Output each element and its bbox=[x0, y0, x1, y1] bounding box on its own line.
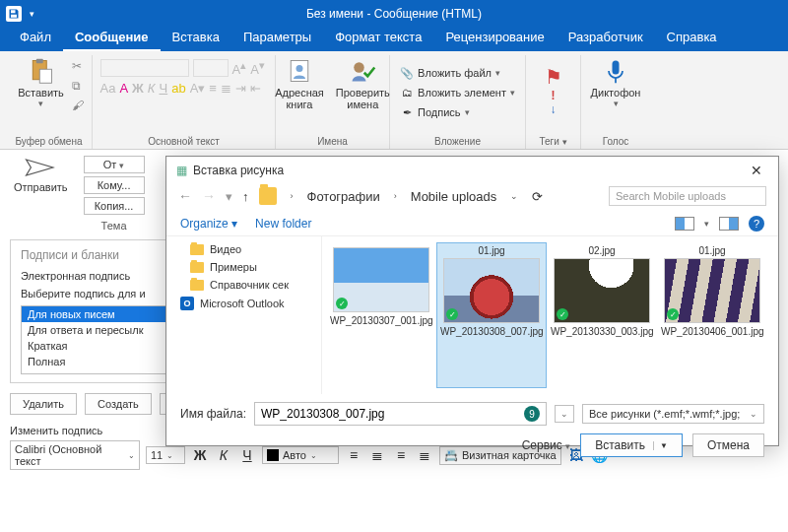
folder-icon bbox=[259, 187, 277, 205]
tab-help[interactable]: Справка bbox=[655, 28, 729, 51]
file-thumb[interactable]: 01.jpg ✓ WP_20130308_007.jpg bbox=[436, 242, 547, 388]
organize-menu[interactable]: Organize ▾ bbox=[180, 217, 237, 231]
tab-insert[interactable]: Вставка bbox=[161, 28, 231, 51]
address-book-button[interactable]: Адресная книга bbox=[269, 55, 330, 112]
tab-message[interactable]: Сообщение bbox=[63, 28, 161, 51]
format-painter-icon[interactable]: 🖌 bbox=[72, 99, 84, 112]
picture-dialog-icon: ▦ bbox=[176, 164, 187, 177]
file-thumb[interactable]: 02.jpg ✓ WP_20130330_003.jpg bbox=[547, 242, 657, 388]
insert-button[interactable]: Вставить▼ bbox=[580, 433, 683, 457]
filename-dropdown[interactable]: ⌄ bbox=[555, 405, 574, 423]
dialog-nav: ← → ▾ ↑ › Фотографии › Mobile uploads ⌄ … bbox=[166, 184, 778, 212]
svg-rect-3 bbox=[35, 59, 42, 63]
callout-9: 9 bbox=[524, 406, 540, 422]
tools-menu[interactable]: Сервис ▾ bbox=[522, 438, 570, 452]
from-button[interactable]: От ▾ bbox=[84, 156, 145, 173]
delete-button[interactable]: Удалить bbox=[10, 393, 77, 415]
tree-item[interactable]: OMicrosoft Outlook bbox=[166, 294, 321, 313]
filetype-select[interactable]: Все рисунки (*.emf;*.wmf;*.jpg;⌄ bbox=[582, 404, 764, 424]
ribbon-tabs: Файл Сообщение Вставка Параметры Формат … bbox=[0, 28, 788, 51]
tab-file[interactable]: Файл bbox=[8, 28, 63, 51]
filename-label: Имя файла: bbox=[180, 407, 246, 421]
crumb-1[interactable]: Фотографии bbox=[307, 189, 380, 204]
svg-rect-4 bbox=[39, 69, 51, 83]
file-thumb[interactable]: ✓ WP_20130307_001.jpg bbox=[326, 242, 436, 388]
view-mode-icon[interactable] bbox=[675, 217, 694, 231]
crumb-2[interactable]: Mobile uploads bbox=[411, 189, 496, 204]
insert-picture-dialog: ▦ Вставка рисунка ✕ ← → ▾ ↑ › Фотографии… bbox=[165, 156, 779, 446]
close-icon[interactable]: ✕ bbox=[745, 163, 768, 178]
subject-label: Тема bbox=[84, 220, 145, 232]
window-title: Без имени - Сообщение (HTML) bbox=[0, 7, 788, 21]
dialog-title: Вставка рисунка bbox=[193, 164, 284, 177]
send-button[interactable]: Отправить bbox=[8, 156, 74, 232]
to-button[interactable]: Кому... bbox=[84, 176, 145, 194]
tab-developer[interactable]: Разработчик bbox=[557, 28, 655, 51]
tree-item[interactable]: Видео bbox=[166, 240, 321, 258]
group-voice: Голос bbox=[603, 134, 629, 149]
font-select[interactable]: Calibri (Основной текст⌄ bbox=[10, 440, 140, 470]
search-input[interactable]: Search Mobile uploads bbox=[609, 186, 766, 206]
refresh-icon[interactable]: ⟳ bbox=[532, 189, 543, 204]
group-tags: Теги ▾ bbox=[539, 134, 566, 149]
copy-icon[interactable]: ⧉ bbox=[72, 79, 84, 93]
group-clipboard: Буфер обмена bbox=[16, 134, 83, 149]
cc-button[interactable]: Копия... bbox=[84, 197, 145, 215]
tree-item[interactable]: Примеры bbox=[166, 258, 321, 276]
nav-back-icon[interactable]: ← bbox=[178, 188, 192, 204]
attach-item-button[interactable]: 🗂Вложить элемент▾ bbox=[396, 84, 519, 101]
svg-rect-8 bbox=[613, 61, 620, 75]
cancel-button[interactable]: Отмена bbox=[692, 433, 764, 457]
tree-item[interactable]: Справочник сек bbox=[166, 276, 321, 294]
filename-input[interactable]: 9 bbox=[254, 402, 547, 426]
group-font: Основной текст bbox=[148, 134, 220, 149]
font-controls[interactable]: A▴A▾AaA ЖКЧabA▾ ≡≣⇥⇤ bbox=[100, 55, 268, 96]
nav-up-icon[interactable]: ↑ bbox=[242, 189, 249, 204]
check-names-button[interactable]: Проверить имена bbox=[330, 55, 396, 112]
flag-icon[interactable]: ⚑ bbox=[545, 65, 562, 89]
folder-tree: Видео Примеры Справочник сек OMicrosoft … bbox=[166, 236, 322, 394]
importance-high-icon[interactable]: ! bbox=[552, 89, 556, 102]
create-button[interactable]: Создать bbox=[85, 393, 152, 415]
dictate-button[interactable]: Диктофон▾ bbox=[585, 55, 647, 110]
file-grid: ✓ WP_20130307_001.jpg 01.jpg ✓ WP_201303… bbox=[322, 236, 778, 394]
tab-review[interactable]: Рецензирование bbox=[433, 28, 556, 51]
group-include: Вложение bbox=[434, 134, 481, 149]
preview-pane-icon[interactable] bbox=[719, 217, 739, 231]
paste-button[interactable]: Вставить ▾ bbox=[12, 55, 70, 110]
group-names: Имена bbox=[317, 134, 348, 149]
title-bar: ▾ Без имени - Сообщение (HTML) bbox=[0, 0, 788, 28]
file-thumb[interactable]: 01.jpg ✓ WP_20130406_001.jpg bbox=[657, 242, 767, 388]
signature-button[interactable]: ✒Подпись▾ bbox=[396, 103, 474, 121]
tab-options[interactable]: Параметры bbox=[231, 28, 323, 51]
ribbon: Вставить ▾ ✂ ⧉ 🖌 Буфер обмена A▴A▾AaA ЖК… bbox=[0, 51, 788, 150]
help-icon[interactable]: ? bbox=[749, 216, 764, 232]
importance-low-icon[interactable]: ↓ bbox=[551, 102, 557, 116]
new-folder-button[interactable]: New folder bbox=[255, 217, 311, 231]
attach-file-button[interactable]: 📎Вложить файл▾ bbox=[396, 64, 504, 82]
tab-format[interactable]: Формат текста bbox=[323, 28, 433, 51]
svg-point-6 bbox=[296, 65, 302, 72]
nav-fwd-icon[interactable]: → bbox=[202, 188, 216, 204]
cut-icon[interactable]: ✂ bbox=[72, 59, 84, 73]
svg-point-7 bbox=[355, 62, 365, 73]
